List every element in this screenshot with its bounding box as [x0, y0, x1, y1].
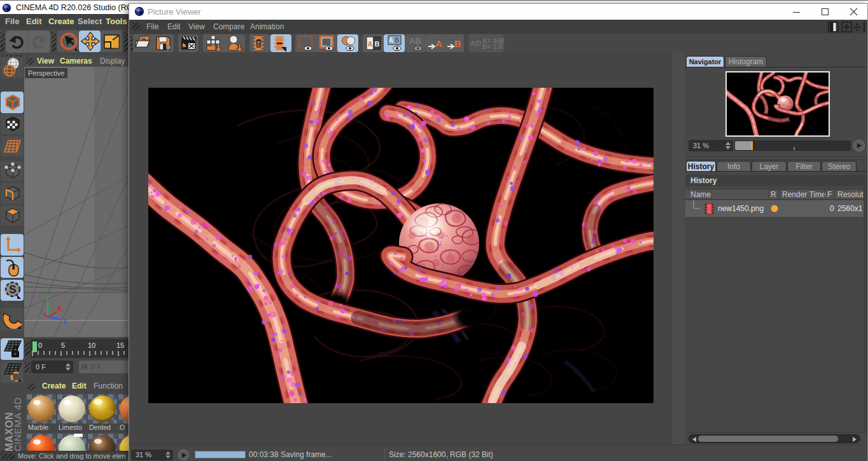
svg-text:Dented: Dented — [89, 423, 111, 431]
svg-text:A: A — [368, 40, 373, 48]
svg-text:Marble: Marble — [28, 423, 48, 431]
svg-text:B=: B= — [482, 43, 491, 50]
svg-text:?: ? — [165, 44, 171, 53]
svg-text:O: O — [120, 423, 125, 431]
svg-text:B: B — [395, 37, 399, 44]
svg-text:Z: Z — [63, 319, 67, 326]
svg-text:A: A — [389, 37, 393, 44]
svg-text:1:0: 1:0 — [493, 43, 503, 50]
svg-text:X: X — [57, 305, 62, 312]
svg-text:A|D: A|D — [470, 40, 481, 47]
svg-text:AB: AB — [409, 36, 421, 46]
svg-text:A: A — [435, 38, 442, 49]
svg-text:B: B — [375, 40, 380, 48]
svg-text:S: S — [9, 284, 16, 296]
svg-text:Y: Y — [45, 295, 50, 302]
svg-text:B: B — [454, 38, 461, 49]
svg-text:Limesto: Limesto — [59, 423, 82, 431]
